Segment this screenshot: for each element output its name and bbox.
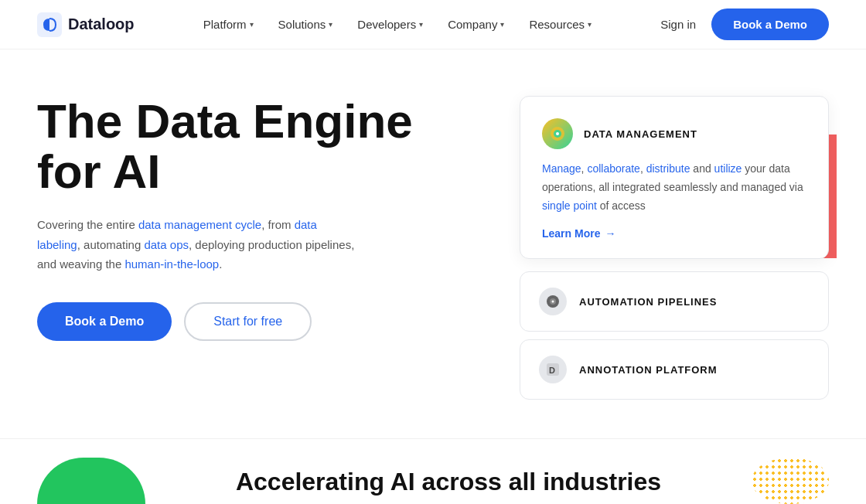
chevron-down-icon: ▾ (250, 20, 254, 29)
automation-pipelines-icon (539, 288, 567, 315)
chevron-down-icon: ▾ (500, 20, 504, 29)
bottom-teaser: Accelerating AI across all industries (0, 438, 866, 504)
svg-point-3 (556, 132, 559, 135)
learn-more-link[interactable]: Learn More → (542, 227, 806, 240)
data-management-card-desc: Manage, collaborate, distribute and util… (542, 160, 806, 215)
nav-menu: Platform ▾ Solutions ▾ Developers ▾ Comp… (203, 18, 592, 31)
nav-item-platform[interactable]: Platform ▾ (203, 18, 254, 31)
dots-shape-decoration (752, 458, 829, 504)
hero-section: The Data Engine for AI Covering the enti… (0, 49, 866, 438)
chevron-down-icon: ▾ (419, 20, 423, 29)
annotation-platform-card[interactable]: D ANNOTATION PLATFORM (520, 339, 829, 400)
hero-description: Covering the entire data management cycl… (37, 215, 362, 274)
annotation-platform-icon: D (539, 356, 567, 383)
hero-right: DATA MANAGEMENT Manage, collaborate, dis… (520, 96, 829, 407)
logo-icon (37, 12, 62, 37)
nav-item-solutions[interactable]: Solutions ▾ (278, 18, 333, 31)
navbar: Dataloop Platform ▾ Solutions ▾ Develope… (0, 0, 866, 49)
data-management-card: DATA MANAGEMENT Manage, collaborate, dis… (520, 96, 829, 259)
automation-pipelines-card-title: AUTOMATION PIPELINES (579, 296, 717, 308)
human-loop-link[interactable]: human-in-the-loop (124, 257, 219, 271)
svg-text:D: D (549, 366, 555, 375)
signin-link[interactable]: Sign in (660, 18, 696, 31)
hero-book-demo-button[interactable]: Book a Demo (37, 302, 172, 341)
data-management-card-title: DATA MANAGEMENT (584, 128, 697, 140)
annotation-platform-card-title: ANNOTATION PLATFORM (579, 364, 718, 376)
hero-start-free-button[interactable]: Start for free (184, 302, 312, 341)
bottom-title: Accelerating AI across all industries (145, 468, 752, 504)
logo-text: Dataloop (68, 15, 135, 33)
data-management-link[interactable]: data management cycle (138, 218, 261, 231)
chevron-down-icon: ▾ (329, 20, 332, 29)
svg-point-6 (552, 301, 554, 303)
chevron-down-icon: ▾ (588, 20, 592, 29)
card-header: DATA MANAGEMENT (542, 118, 806, 149)
data-ops-link[interactable]: data ops (144, 238, 189, 251)
hero-left: The Data Engine for AI Covering the enti… (37, 96, 439, 341)
nav-item-resources[interactable]: Resources ▾ (529, 18, 592, 31)
navbar-actions: Sign in Book a Demo (660, 9, 829, 40)
green-shape-decoration (37, 458, 145, 504)
logo-link[interactable]: Dataloop (37, 12, 135, 37)
hero-buttons: Book a Demo Start for free (37, 302, 439, 341)
navbar-book-demo-button[interactable]: Book a Demo (711, 9, 829, 40)
automation-pipelines-card[interactable]: AUTOMATION PIPELINES (520, 271, 829, 332)
data-management-icon (542, 118, 573, 149)
hero-title: The Data Engine for AI (37, 96, 439, 196)
nav-item-developers[interactable]: Developers ▾ (357, 18, 423, 31)
nav-item-company[interactable]: Company ▾ (448, 18, 504, 31)
